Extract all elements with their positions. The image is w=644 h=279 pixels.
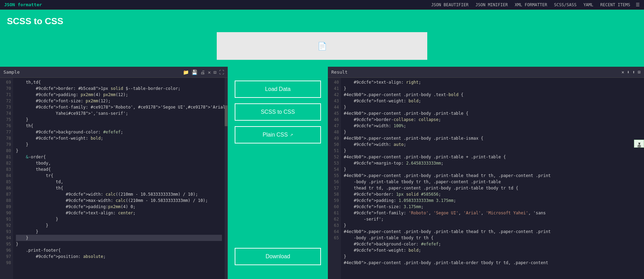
scroll-thumb[interactable] [225, 105, 227, 126]
result-tab-label: Result [331, 69, 348, 75]
editor-toolbar: Sample 📁 💾 🖨 ✕ ⊡ ⛶ [0, 67, 227, 78]
file-icon: 📄 [318, 42, 327, 50]
code-content[interactable]: th,td{ #9cdcfe">border: #b5cea8">1px sol… [13, 78, 225, 279]
nav-xml-formatter[interactable]: XML FORMATTER [515, 2, 547, 7]
logo[interactable]: JSON formatter [4, 2, 42, 7]
result-close-icon[interactable]: ✕ [622, 69, 624, 75]
editor-tab-label: Sample [3, 69, 20, 75]
editor-close-icon[interactable]: ✕ [208, 69, 211, 75]
editor-expand-icon[interactable]: ⛶ [219, 69, 224, 75]
nav-scss[interactable]: SCSS/SASS [554, 2, 576, 7]
buttons-panel: Load Data SCSS to CSS Plain CSS ↗ Downlo… [228, 67, 328, 279]
result-line-numbers: 4041424344454647484950515253545556575859… [328, 78, 341, 279]
menu-icon[interactable]: ☰ [636, 2, 640, 7]
result-code[interactable]: #9cdcfe">text-align: right;}#4ec9b0">.pa… [341, 78, 644, 279]
result-body: 4041424344454647484950515253545556575859… [328, 78, 644, 279]
editor-open-icon[interactable]: 📁 [183, 69, 189, 75]
nav-links: JSON BEAUTIFIER JSON MINIFIER XML FORMAT… [431, 2, 630, 7]
plain-css-button[interactable]: Plain CSS ↗ [235, 126, 321, 143]
download-button[interactable]: Download [235, 248, 321, 265]
load-data-button[interactable]: Load Data [235, 81, 321, 98]
button-group-top: Load Data SCSS to CSS Plain CSS ↗ [235, 81, 321, 143]
result-toolbar: Result ✕ ⬇ ⬆ ⊡ [328, 67, 644, 78]
nav-json-minifier[interactable]: JSON MINIFIER [476, 2, 508, 7]
external-link-icon: ↗ [290, 133, 293, 137]
editor-copy-icon[interactable]: ⊡ [214, 69, 216, 75]
result-upload-icon[interactable]: ⬆ [632, 69, 635, 75]
scroll-track[interactable] [225, 78, 227, 279]
top-nav: JSON formatter JSON BEAUTIFIER JSON MINI… [0, 0, 644, 10]
scss-to-css-button[interactable]: SCSS to CSS [235, 103, 321, 121]
header-banner: SCSS to CSS 📄 [0, 10, 644, 67]
editor-save-icon[interactable]: 💾 [192, 69, 197, 75]
page-title: SCSS to CSS [7, 16, 637, 27]
main-content: Sample 📁 💾 🖨 ✕ ⊡ ⛶ 697071727374757677787… [0, 67, 644, 279]
plain-css-label: Plain CSS [263, 132, 288, 138]
line-numbers: 6970717273747576777879808182838485868788… [0, 78, 13, 279]
result-download-icon[interactable]: ⬇ [627, 69, 630, 75]
nav-recent[interactable]: RECENT ITEMS [600, 2, 630, 7]
nav-yaml[interactable]: YAML [583, 2, 593, 7]
nav-json-beautifier[interactable]: JSON BEAUTIFIER [431, 2, 468, 7]
csdn-badge[interactable]: 中简▼ [634, 140, 644, 148]
result-expand-icon[interactable]: ⊡ [638, 69, 641, 75]
upload-area[interactable]: 📄 [217, 32, 427, 60]
result-panel: Result ✕ ⬇ ⬆ ⊡ 4041424344454647484950515… [328, 67, 644, 279]
editor-body: 6970717273747576777879808182838485868788… [0, 78, 227, 279]
editor-print-icon[interactable]: 🖨 [200, 69, 205, 75]
editor-panel: Sample 📁 💾 🖨 ✕ ⊡ ⛶ 697071727374757677787… [0, 67, 228, 279]
